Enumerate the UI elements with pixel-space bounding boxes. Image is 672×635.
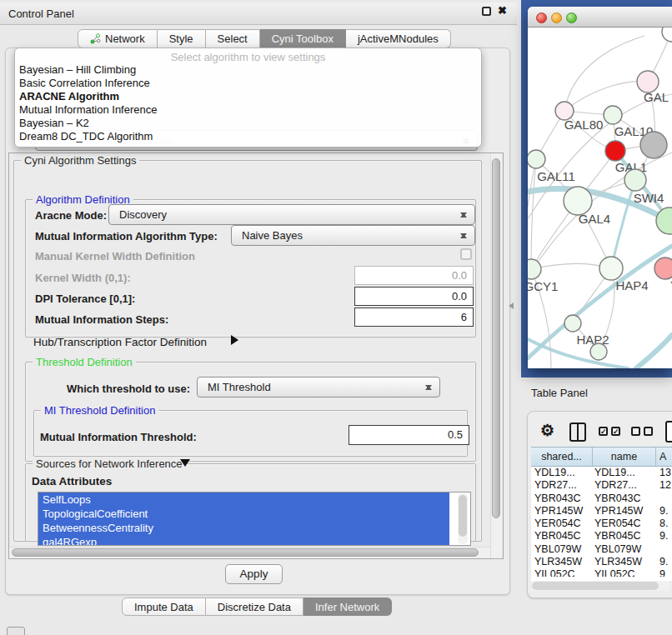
columns-icon[interactable] [569,422,586,442]
network-node[interactable] [590,343,607,360]
hub-expand-icon[interactable] [231,335,243,345]
table-row[interactable]: YBL079WYBL079W [531,543,672,556]
tab-cyni-toolbox[interactable]: Cyni Toolbox [260,29,346,48]
mi-steps-field[interactable]: 6 [354,308,474,327]
checked-checkbox-icon[interactable]: ✓ [599,427,608,436]
network-node[interactable] [640,132,667,158]
attribute-option[interactable]: gal4RGexp [38,535,449,546]
table-cell: YDR27... [531,479,593,492]
sources-collapse-icon[interactable] [180,459,190,472]
aracne-mode-combo[interactable]: Discovery [108,204,475,225]
corner-chip[interactable] [7,627,25,635]
network-node[interactable] [604,106,622,124]
close-window-button[interactable] [536,12,547,23]
unchecked-checkbox-icon[interactable] [644,427,653,436]
network-node[interactable] [528,259,541,279]
mi-threshold-field[interactable]: 0.5 [349,425,469,445]
tab-jactivemnodules[interactable]: jActiveMNodules [346,29,451,48]
splitpane-toggle-icon[interactable] [505,302,514,309]
minimize-window-button[interactable] [551,12,562,23]
network-node[interactable] [654,258,672,279]
table-row[interactable]: YIL052CYIL052C9 [531,568,672,577]
algorithm-option[interactable]: Basic Correlation Inference [15,77,481,90]
algorithm-option[interactable]: Dream8 DC_TDC Algorithm [15,130,481,143]
node-label: GAL80 [564,118,604,132]
horizontal-scrollbar-thumb[interactable] [12,548,479,557]
table-cell: YPR145W [593,505,656,518]
network-node[interactable] [564,315,581,332]
apply-button[interactable]: Apply [225,564,283,584]
table-row[interactable]: YDR27...YDR27...12 [531,479,672,492]
table-row[interactable]: YER054CYER054C8. [531,518,672,530]
network-edge[interactable] [636,335,672,368]
tab-infer-network[interactable]: Infer Network [303,598,392,616]
checked-checkbox-icon[interactable]: ✓ [611,427,620,436]
table-row[interactable]: YBR045CYBR045C9. [531,530,672,542]
threshold-definition-title: Threshold Definition [33,356,136,368]
column-header[interactable]: A [656,448,672,466]
network-window-titlebar[interactable] [528,7,672,28]
float-window-icon[interactable] [482,7,491,16]
aracne-mode-label: Aracne Mode: [35,209,107,222]
control-panel-title: Control Panel [0,8,74,20]
table-row[interactable]: YBR043CYBR043C [531,492,672,505]
network-node[interactable] [605,141,625,161]
tab-impute-data[interactable]: Impute Data [122,598,206,616]
table-body: YDL19...YDL19...13YDR27...YDR27...12YBR0… [531,467,672,577]
mi-threshold-label: Mutual Information Threshold: [40,431,197,443]
attribute-option[interactable]: SelfLoops [38,492,449,507]
table-cell: YIL052C [531,568,593,577]
algorithm-option[interactable]: Bayesian – Hill Climbing [15,63,481,77]
dpi-tolerance-field[interactable]: 0.0 [354,287,474,306]
network-edge[interactable] [611,180,635,268]
table-cell: 9. [656,556,672,568]
network-node[interactable] [656,208,672,234]
table-horizontal-scrollbar-thumb[interactable] [532,582,659,590]
table-row[interactable]: YLR345WYLR345W9. [531,556,672,568]
table-cell [656,543,672,556]
unchecked-checkbox-icon[interactable] [631,427,640,436]
which-threshold-combo[interactable]: MI Threshold [197,377,440,398]
tab-discretize-data[interactable]: Discretize Data [206,598,303,616]
table-cell: YBL079W [531,543,593,556]
network-node[interactable] [528,150,545,168]
gear-icon[interactable]: ⚙ [540,421,554,440]
kernel-width-label: Kernel Width (0,1): [35,272,131,284]
network-canvas[interactable]: GALGAL80GAL10GAL1GAL11SWI4GAL4GCY1HAP4YH… [528,28,672,368]
attribute-option[interactable]: TopologicalCoefficient [38,507,449,521]
network-edge[interactable] [531,159,536,269]
column-header[interactable]: shared... [531,448,593,466]
network-node[interactable] [662,28,672,42]
vertical-scrollbar-thumb[interactable] [492,158,500,518]
table-mode-icon[interactable] [665,421,672,442]
network-node[interactable] [624,169,646,191]
bottom-tabs: Impute DataDiscretize DataInfer Network [122,598,392,616]
table-row[interactable]: YDL19...YDL19...13 [531,467,672,479]
manual-kernel-checkbox[interactable] [460,248,472,260]
mi-threshold-group-title: MI Threshold Definition [41,404,158,417]
mi-algorithm-type-combo[interactable]: Naive Bayes [231,225,475,246]
tab-select[interactable]: Select [206,29,260,48]
tab-style[interactable]: Style [158,29,206,48]
algorithm-option[interactable]: ARACNE Algorithm [15,90,481,103]
control-panel-titlebar: Control Panel [0,2,517,25]
hub-definition-label[interactable]: Hub/Transcription Factor Definition [33,336,207,348]
network-edge[interactable] [564,36,644,111]
algorithm-option[interactable]: Mutual Information Inference [15,103,481,117]
tab-label: Cyni Toolbox [272,32,333,45]
attributes-scrollbar-thumb[interactable] [459,495,467,537]
table-cell: YDL19... [593,467,656,479]
table-row[interactable]: YPR145WYPR145W9. [531,505,672,518]
table-cell: YPR145W [531,505,593,518]
zoom-window-button[interactable] [566,12,577,23]
close-icon[interactable]: ✖ [498,4,507,17]
network-node[interactable] [599,257,623,280]
table-cell: 12 [656,479,672,492]
column-header[interactable]: name [593,448,656,466]
aracne-mode-value: Discovery [119,208,167,221]
algorithm-option[interactable]: Bayesian – K2 [15,117,481,130]
tab-network[interactable]: Network [78,29,158,48]
attribute-option[interactable]: BetweennessCentrality [38,521,449,535]
network-node[interactable] [564,187,592,215]
kernel-width-field[interactable]: 0.0 [354,266,474,285]
